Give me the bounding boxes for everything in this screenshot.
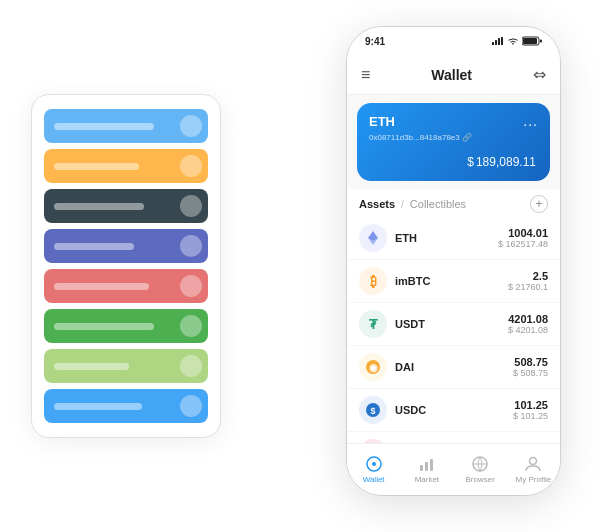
usdt-secondary-amount: $ 4201.08 [508,325,548,335]
nav-browser-label: Browser [465,475,494,484]
imbtc-icon: ₿ [359,267,387,295]
eth-card-name: ETH [369,114,395,129]
list-item [44,229,208,263]
browser-nav-icon [471,455,489,473]
svg-text:◉: ◉ [369,362,378,373]
svg-text:$: $ [370,406,375,416]
asset-symbol-usdt: USDT [395,318,508,330]
list-item [44,309,208,343]
asset-item-eth[interactable]: ETH 1004.01 $ 162517.48 [347,217,560,260]
eth-primary-amount: 1004.01 [498,227,548,239]
market-nav-icon [418,455,436,473]
asset-amounts-eth: 1004.01 $ 162517.48 [498,227,548,249]
asset-symbol-dai: DAI [395,361,513,373]
tab-collectibles[interactable]: Collectibles [410,198,466,210]
asset-amounts-usdt: 4201.08 $ 4201.08 [508,313,548,335]
asset-item-usdc[interactable]: $ USDC 101.25 $ 101.25 [347,389,560,432]
list-item [44,189,208,223]
asset-amounts-usdc: 101.25 $ 101.25 [513,399,548,421]
status-bar: 9:41 [347,27,560,55]
svg-rect-5 [523,38,537,44]
asset-symbol-usdc: USDC [395,404,513,416]
eth-card[interactable]: ETH ... 0x08711d3b...8418a78e3 🔗 $189,08… [357,103,550,181]
nav-market-label: Market [415,475,439,484]
assets-header: Assets / Collectibles + [347,189,560,217]
list-item [44,389,208,423]
asset-amounts-imbtc: 2.5 $ 21760.1 [508,270,548,292]
svg-rect-15 [420,465,423,471]
scene: 9:41 [21,16,581,516]
nav-wallet[interactable]: Wallet [347,455,400,484]
asset-item-usdt[interactable]: ₮ USDT 4201.08 $ 4201.08 [347,303,560,346]
eth-icon [359,224,387,252]
phone-body: ETH ... 0x08711d3b...8418a78e3 🔗 $189,08… [347,95,560,443]
tab-assets[interactable]: Assets [359,198,395,210]
imbtc-primary-amount: 2.5 [508,270,548,282]
dai-primary-amount: 508.75 [513,356,548,368]
asset-item-dai[interactable]: ◉ DAI 508.75 $ 508.75 [347,346,560,389]
asset-item-tft[interactable]: 🌿 TFT 13 0 [347,432,560,443]
add-asset-button[interactable]: + [530,195,548,213]
menu-icon[interactable]: ≡ [361,66,370,84]
svg-point-14 [372,462,376,466]
nav-market[interactable]: Market [400,455,453,484]
assets-tabs: Assets / Collectibles [359,198,466,210]
imbtc-secondary-amount: $ 21760.1 [508,282,548,292]
eth-currency-symbol: $ [467,155,474,169]
dai-secondary-amount: $ 508.75 [513,368,548,378]
svg-point-20 [530,458,537,465]
eth-card-header: ETH ... [369,113,538,129]
svg-rect-1 [495,40,497,45]
bottom-nav: Wallet Market Browser My Profile [347,443,560,495]
svg-rect-17 [430,459,433,471]
status-icons [492,36,542,46]
eth-amount-value: 189,089.11 [476,155,536,169]
expand-icon[interactable]: ⇔ [533,65,546,84]
list-item [44,349,208,383]
usdc-secondary-amount: $ 101.25 [513,411,548,421]
asset-item-imbtc[interactable]: ₿ imBTC 2.5 $ 21760.1 [347,260,560,303]
wallet-nav-icon [365,455,383,473]
asset-amounts-dai: 508.75 $ 508.75 [513,356,548,378]
wifi-icon [507,37,519,46]
card-stack [31,94,221,438]
nav-browser[interactable]: Browser [454,455,507,484]
list-item [44,269,208,303]
profile-nav-icon [524,455,542,473]
asset-list: ETH 1004.01 $ 162517.48 ₿ imBTC 2.5 $ 21… [347,217,560,443]
usdc-primary-amount: 101.25 [513,399,548,411]
asset-symbol-eth: ETH [395,232,498,244]
nav-wallet-label: Wallet [363,475,385,484]
asset-symbol-imbtc: imBTC [395,275,508,287]
eth-card-menu[interactable]: ... [523,113,538,129]
svg-rect-6 [540,40,542,43]
usdt-primary-amount: 4201.08 [508,313,548,325]
eth-card-amount: $189,089.11 [369,148,538,171]
eth-secondary-amount: $ 162517.48 [498,239,548,249]
signal-icon [492,37,504,45]
nav-profile[interactable]: My Profile [507,455,560,484]
page-title: Wallet [431,67,472,83]
eth-card-address: 0x08711d3b...8418a78e3 🔗 [369,133,538,142]
svg-rect-16 [425,462,428,471]
tab-divider: / [401,199,404,210]
list-item [44,109,208,143]
usdc-icon: $ [359,396,387,424]
nav-profile-label: My Profile [516,475,552,484]
list-item [44,149,208,183]
battery-icon [522,36,542,46]
status-time: 9:41 [365,36,385,47]
svg-rect-3 [501,37,503,45]
svg-rect-0 [492,42,494,45]
phone-header: ≡ Wallet ⇔ [347,55,560,95]
dai-icon: ◉ [359,353,387,381]
svg-rect-2 [498,38,500,45]
usdt-icon: ₮ [359,310,387,338]
phone-mockup: 9:41 [346,26,561,496]
